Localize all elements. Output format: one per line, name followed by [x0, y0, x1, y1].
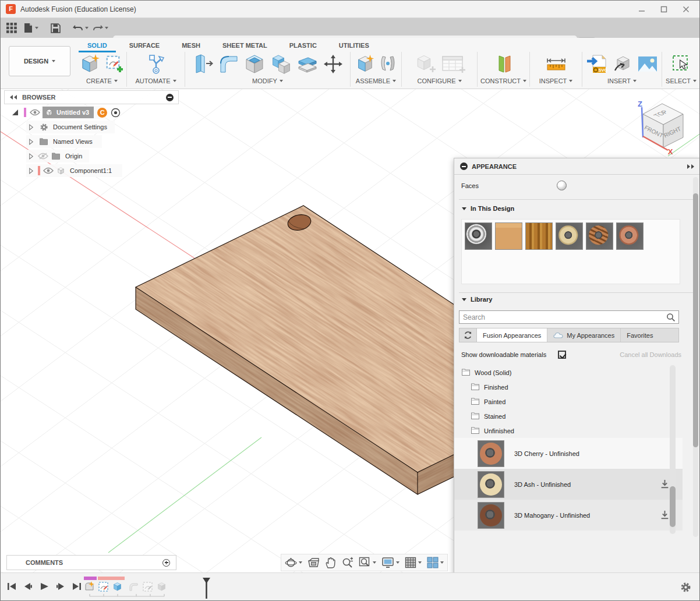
- expand-caret-icon[interactable]: [29, 139, 34, 145]
- insert-svg-icon[interactable]: SVG: [585, 53, 608, 75]
- fillet-icon[interactable]: [217, 53, 241, 75]
- group-modify-label[interactable]: MODIFY: [252, 77, 277, 84]
- timeline-item-sketch2[interactable]: [142, 581, 153, 592]
- material-3d-mahogany[interactable]: 3D Mahogany - Unfinished: [454, 500, 683, 531]
- tab-favorites[interactable]: Favorites: [621, 328, 659, 342]
- timeline-item-sketch1[interactable]: [98, 581, 109, 592]
- close-window-button[interactable]: [676, 3, 696, 16]
- viewport-3d[interactable]: TOP FRONT RIGHT Z X BROWSER: [1, 89, 700, 572]
- maximize-button[interactable]: [654, 3, 674, 16]
- panel-scrollbar-thumb[interactable]: [693, 193, 698, 447]
- timeline-group-sketch[interactable]: [98, 577, 125, 580]
- collapse-browser-icon[interactable]: [9, 94, 17, 100]
- tree-finished[interactable]: Finished: [454, 380, 683, 394]
- browser-row-document-settings[interactable]: Document Settings: [4, 121, 179, 133]
- swatch-zebrawood-torus[interactable]: [586, 222, 613, 250]
- step-forward-button[interactable]: [55, 581, 66, 592]
- tab-fusion-appearances[interactable]: Fusion Appearances: [477, 328, 547, 342]
- visibility-off-eye-icon[interactable]: [38, 153, 48, 160]
- grid-snap-button[interactable]: [405, 557, 422, 568]
- in-this-design-section[interactable]: In This Design: [462, 205, 514, 212]
- timeline-item-extrude2[interactable]: [156, 581, 167, 592]
- joint-icon[interactable]: [378, 53, 398, 75]
- group-automate-label[interactable]: AUTOMATE: [135, 77, 170, 84]
- section-collapse-icon[interactable]: [462, 298, 466, 301]
- canvas-image-icon[interactable]: [636, 53, 659, 75]
- tab-my-appearances[interactable]: My Appearances: [547, 328, 621, 342]
- visibility-eye-icon[interactable]: [30, 109, 40, 116]
- new-solid-icon[interactable]: [79, 53, 101, 75]
- material-3d-ash[interactable]: 3D Ash - Unfinished: [454, 469, 683, 500]
- add-comment-icon[interactable]: [162, 559, 170, 567]
- faces-swatch-sphere[interactable]: [557, 181, 567, 190]
- tree-stained[interactable]: Stained: [454, 409, 683, 423]
- orbit-caret-icon[interactable]: [299, 561, 302, 564]
- search-input[interactable]: [459, 313, 666, 321]
- group-assemble-label[interactable]: ASSEMBLE: [356, 77, 390, 84]
- play-button[interactable]: [39, 581, 50, 592]
- download-icon[interactable]: [660, 510, 670, 520]
- minimize-button[interactable]: [632, 3, 652, 16]
- swatch-walnut-cube[interactable]: [525, 222, 553, 250]
- library-section[interactable]: Library: [462, 296, 492, 303]
- undo-button[interactable]: [73, 21, 89, 35]
- timeline-settings-gear-icon[interactable]: [680, 582, 691, 593]
- group-construct-label[interactable]: CONSTRUCT: [480, 77, 521, 84]
- comments-bar[interactable]: COMMENTS: [6, 555, 176, 570]
- create-sketch-icon[interactable]: [103, 53, 125, 75]
- browser-header[interactable]: BROWSER: [4, 90, 179, 104]
- combine-icon[interactable]: [268, 53, 292, 75]
- tree-painted[interactable]: Painted: [454, 394, 683, 409]
- press-pull-icon[interactable]: [192, 53, 215, 75]
- display-caret-icon[interactable]: [396, 561, 400, 564]
- activate-radio-icon[interactable]: [111, 108, 121, 118]
- appearance-header[interactable]: APPEARANCE: [454, 158, 700, 175]
- fit-caret-icon[interactable]: [373, 561, 376, 564]
- expand-caret-icon[interactable]: [29, 168, 34, 174]
- show-downloadable-checkbox[interactable]: [558, 351, 566, 359]
- browser-row-named-views[interactable]: Named Views: [4, 135, 179, 148]
- go-to-start-button[interactable]: [6, 581, 17, 592]
- pan-button[interactable]: [325, 557, 336, 568]
- orbit-button[interactable]: [285, 557, 302, 569]
- tab-mesh[interactable]: MESH: [171, 39, 211, 52]
- search-icon[interactable]: [666, 313, 676, 322]
- expand-arrow-icon[interactable]: [11, 108, 19, 116]
- cancel-downloads-button[interactable]: Cancel all Downloads: [620, 351, 681, 358]
- swatch-ash-torus[interactable]: [556, 222, 583, 250]
- file-menu-button[interactable]: [24, 21, 38, 35]
- group-configure-label[interactable]: CONFIGURE: [418, 77, 456, 84]
- material-3d-cherry[interactable]: 3D Cherry - Unfinished: [454, 438, 683, 469]
- app-grid-icon[interactable]: [6, 21, 17, 35]
- inner-scrollbar[interactable]: [670, 365, 676, 534]
- inner-scrollbar-thumb[interactable]: [670, 486, 676, 527]
- swatch-cherry-torus[interactable]: [616, 222, 644, 250]
- group-create-label[interactable]: CREATE: [86, 77, 112, 84]
- tab-sheet-metal[interactable]: SHEET METAL: [211, 39, 278, 52]
- browser-row-root[interactable]: Untitled v3 C: [4, 106, 179, 119]
- select-icon[interactable]: [670, 53, 693, 75]
- measure-icon[interactable]: [544, 53, 568, 75]
- timeline-item-fillet[interactable]: [128, 581, 139, 592]
- browser-row-component1[interactable]: Component1:1: [4, 164, 179, 177]
- automate-icon[interactable]: [145, 53, 167, 75]
- step-back-button[interactable]: [23, 581, 33, 592]
- tab-solid[interactable]: SOLID: [76, 39, 118, 52]
- group-insert-label[interactable]: INSERT: [607, 77, 631, 84]
- tab-utilities[interactable]: UTILITIES: [328, 39, 380, 52]
- viewports-button[interactable]: [427, 557, 444, 568]
- panel-scrollbar[interactable]: [693, 177, 698, 537]
- browser-minimize-icon[interactable]: [166, 94, 174, 101]
- view-cube[interactable]: TOP FRONT RIGHT Z X: [638, 100, 683, 156]
- zoom-button[interactable]: [341, 557, 353, 568]
- tree-unfinished[interactable]: Unfinished: [454, 423, 683, 438]
- swatch-chrome-torus[interactable]: [465, 222, 492, 250]
- download-icon[interactable]: [660, 479, 670, 489]
- expand-caret-icon[interactable]: [29, 124, 34, 130]
- fit-button[interactable]: [359, 557, 376, 568]
- tree-wood-solid[interactable]: Wood (Solid): [454, 365, 683, 380]
- save-button[interactable]: [51, 21, 61, 35]
- tab-plastic[interactable]: PLASTIC: [278, 39, 328, 52]
- look-at-button[interactable]: [307, 557, 320, 568]
- browser-row-origin[interactable]: Origin: [4, 150, 179, 162]
